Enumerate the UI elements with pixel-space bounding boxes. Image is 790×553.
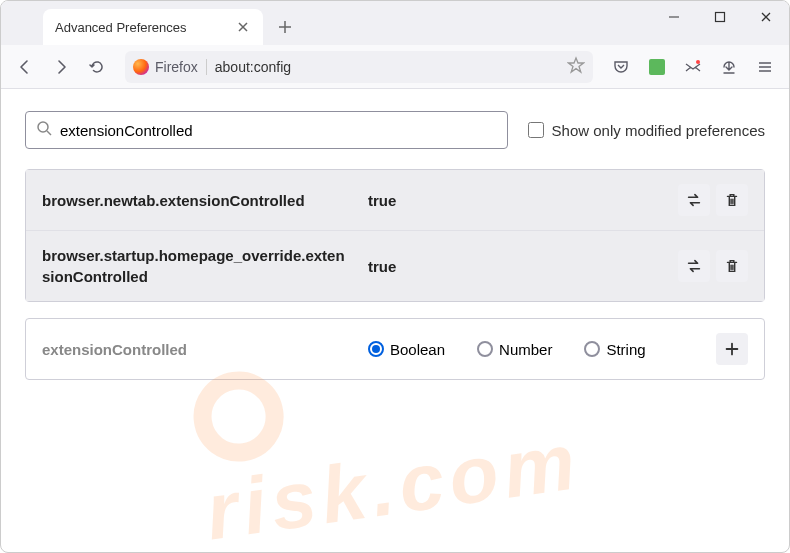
extension-icon[interactable]: [641, 51, 673, 83]
svg-point-1: [696, 60, 700, 64]
window-controls: [651, 1, 789, 45]
new-preference-row: extensionControlled Boolean Number Strin…: [25, 318, 765, 380]
new-pref-name: extensionControlled: [42, 341, 352, 358]
pref-actions: [678, 184, 748, 216]
maximize-button[interactable]: [697, 1, 743, 33]
radio-number[interactable]: [477, 341, 493, 357]
tab-bar: Advanced Preferences: [1, 1, 789, 45]
forward-button[interactable]: [45, 51, 77, 83]
pref-actions: [678, 250, 748, 282]
new-tab-button[interactable]: [271, 13, 299, 41]
svg-rect-0: [716, 13, 725, 22]
tab-title: Advanced Preferences: [55, 20, 187, 35]
tab-advanced-preferences[interactable]: Advanced Preferences: [43, 9, 263, 45]
url-bar[interactable]: Firefox about:config: [125, 51, 593, 83]
preferences-table: browser.newtab.extensionControlled true …: [25, 169, 765, 302]
checkbox-text: Show only modified preferences: [552, 122, 765, 139]
close-window-button[interactable]: [743, 1, 789, 33]
bookmark-star-icon[interactable]: [567, 56, 585, 78]
delete-button[interactable]: [716, 250, 748, 282]
type-option-number[interactable]: Number: [477, 341, 552, 358]
type-option-string[interactable]: String: [584, 341, 645, 358]
pref-row[interactable]: browser.newtab.extensionControlled true: [26, 170, 764, 230]
inbox-icon[interactable]: [677, 51, 709, 83]
pref-name: browser.startup.homepage_override.extens…: [42, 245, 352, 287]
type-label: String: [606, 341, 645, 358]
search-box[interactable]: [25, 111, 508, 149]
browser-window: Advanced Preferences: [0, 0, 790, 553]
urlbar-identity-label: Firefox: [155, 59, 198, 75]
search-row: Show only modified preferences: [25, 111, 765, 149]
toggle-button[interactable]: [678, 250, 710, 282]
reload-button[interactable]: [81, 51, 113, 83]
radio-boolean[interactable]: [368, 341, 384, 357]
type-option-boolean[interactable]: Boolean: [368, 341, 445, 358]
navigation-toolbar: Firefox about:config: [1, 45, 789, 89]
type-label: Number: [499, 341, 552, 358]
pref-row[interactable]: browser.startup.homepage_override.extens…: [26, 230, 764, 301]
close-tab-icon[interactable]: [235, 19, 251, 35]
show-modified-checkbox[interactable]: [528, 122, 544, 138]
urlbar-identity[interactable]: Firefox: [133, 59, 207, 75]
search-input[interactable]: [60, 122, 497, 139]
toggle-button[interactable]: [678, 184, 710, 216]
firefox-icon: [133, 59, 149, 75]
add-preference-button[interactable]: [716, 333, 748, 365]
show-modified-checkbox-label[interactable]: Show only modified preferences: [528, 122, 765, 139]
delete-button[interactable]: [716, 184, 748, 216]
urlbar-url: about:config: [215, 59, 559, 75]
pref-name: browser.newtab.extensionControlled: [42, 190, 352, 211]
type-label: Boolean: [390, 341, 445, 358]
content-area: Show only modified preferences browser.n…: [1, 89, 789, 402]
svg-point-2: [38, 122, 48, 132]
pref-value: true: [368, 258, 662, 275]
download-icon[interactable]: [713, 51, 745, 83]
back-button[interactable]: [9, 51, 41, 83]
search-icon: [36, 120, 52, 140]
minimize-button[interactable]: [651, 1, 697, 33]
menu-button[interactable]: [749, 51, 781, 83]
pocket-icon[interactable]: [605, 51, 637, 83]
pref-value: true: [368, 192, 662, 209]
type-options: Boolean Number String: [368, 341, 700, 358]
radio-string[interactable]: [584, 341, 600, 357]
